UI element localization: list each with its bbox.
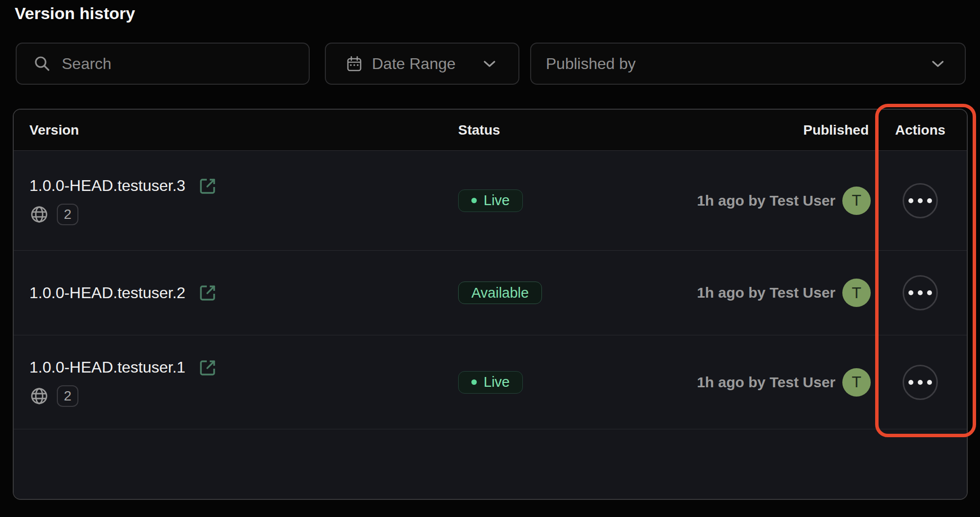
actions-cell [874,183,967,218]
column-header-published: Published [685,122,874,138]
calendar-icon [345,55,363,72]
date-range-label: Date Range [372,55,456,73]
search-box[interactable] [16,43,310,85]
version-history-page: Version history Date Range Publis [0,0,980,517]
column-header-actions: Actions [874,122,967,138]
row-actions-button[interactable] [903,183,938,218]
version-cell: 1.0.0-HEAD.testuser.2 [14,283,445,303]
published-text: 1h ago by Test User [697,192,835,209]
external-link-icon[interactable] [198,283,218,303]
search-icon [33,55,51,72]
date-range-filter[interactable]: Date Range [325,43,519,85]
table-row: 1.0.0-HEAD.testuser.3 [14,151,967,251]
live-dot-icon [471,198,477,203]
version-label: 1.0.0-HEAD.testuser.3 [29,177,185,195]
live-dot-icon [471,379,477,385]
external-link-icon[interactable] [198,176,218,196]
environment-count-badge[interactable]: 2 [57,385,78,407]
chevron-down-icon [931,60,944,68]
table-header-row: Version Status Published Actions [14,110,967,151]
published-cell: 1h ago by Test User T [685,368,874,397]
ellipsis-icon [908,198,913,203]
published-text: 1h ago by Test User [697,284,835,301]
column-header-version: Version [14,122,445,138]
version-history-table: Version Status Published Actions 1.0.0-H… [13,109,968,500]
published-cell: 1h ago by Test User T [685,279,874,307]
status-cell: Live [445,371,685,394]
published-by-filter[interactable]: Published by [530,43,966,85]
row-actions-button[interactable] [903,365,938,400]
version-cell: 1.0.0-HEAD.testuser.1 [14,358,445,407]
status-badge: Live [458,371,523,394]
published-cell: 1h ago by Test User T [685,187,874,215]
status-badge: Live [458,189,523,212]
ellipsis-icon [908,380,913,385]
table-empty-area [14,429,967,500]
status-cell: Available [445,282,685,304]
external-link-icon[interactable] [198,358,218,377]
column-header-status: Status [445,122,685,138]
search-input[interactable] [62,55,309,73]
status-badge: Available [458,282,542,304]
actions-cell [874,365,967,400]
published-by-label: Published by [546,55,636,73]
avatar: T [842,368,871,397]
row-actions-button[interactable] [903,275,938,310]
globe-icon [29,205,49,224]
table-body: 1.0.0-HEAD.testuser.3 [14,151,967,499]
avatar: T [842,279,871,307]
chevron-down-icon [483,60,496,68]
table-row: 1.0.0-HEAD.testuser.1 [14,335,967,429]
ellipsis-icon [908,290,913,295]
status-cell: Live [445,189,685,212]
avatar: T [842,187,871,215]
table-row: 1.0.0-HEAD.testuser.2 Available [14,251,967,335]
version-label: 1.0.0-HEAD.testuser.1 [29,358,185,376]
published-text: 1h ago by Test User [697,374,835,391]
globe-icon [29,386,49,406]
version-label: 1.0.0-HEAD.testuser.2 [29,284,185,302]
page-title: Version history [15,4,135,23]
version-cell: 1.0.0-HEAD.testuser.3 [14,176,445,225]
environment-count-badge[interactable]: 2 [57,204,78,225]
actions-cell [874,275,967,310]
